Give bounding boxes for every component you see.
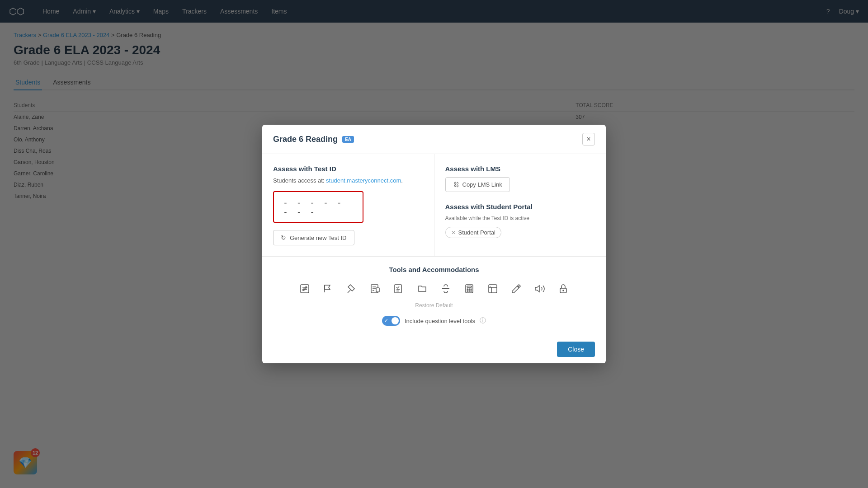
svg-point-20 (469, 291, 470, 291)
flag-icon[interactable] (320, 281, 336, 297)
svg-rect-0 (301, 285, 309, 293)
svg-point-16 (467, 289, 468, 290)
svg-point-27 (563, 290, 564, 291)
modal-badge: EA (342, 136, 354, 143)
link-icon: ⛓ (453, 181, 459, 188)
portal-subtitle: Available while the Test ID is active (445, 215, 595, 221)
test-id-title: Assess with Test ID (273, 165, 423, 173)
tools-section: Tools and Accommodations (262, 256, 606, 335)
test-id-section: Assess with Test ID Students access at: … (262, 154, 434, 256)
test-id-dots: - - - - - - - - (283, 197, 354, 216)
student-portal-tag: ✕ Student Portal (445, 227, 501, 238)
basic-calculator-icon[interactable] (461, 281, 477, 297)
access-url-text: Students access at: student.masteryconne… (273, 177, 423, 184)
access-url-link[interactable]: student.masteryconnect.com (326, 177, 401, 184)
info-icon[interactable]: ⓘ (480, 317, 486, 325)
copy-lms-label: Copy LMS Link (462, 181, 502, 188)
test-id-display: - - - - - - - - (273, 191, 363, 223)
svg-rect-9 (376, 288, 379, 292)
svg-point-18 (471, 289, 472, 290)
modal-header: Grade 6 Reading EA × (262, 125, 606, 154)
restore-default-text[interactable]: Restore Default (273, 302, 595, 309)
student-portal-title: Assess with Student Portal (445, 203, 595, 211)
annotate-icon[interactable] (297, 281, 313, 297)
generate-label: Generate new Test ID (290, 235, 347, 241)
tools-title: Tools and Accommodations (273, 266, 595, 273)
modal-footer: Close (262, 335, 606, 363)
lock-icon[interactable] (555, 281, 571, 297)
strikethrough-icon[interactable] (438, 281, 454, 297)
svg-point-19 (467, 291, 468, 291)
folder-icon[interactable] (414, 281, 430, 297)
lms-title: Assess with LMS (445, 165, 595, 173)
scientific-calculator-icon[interactable]: fx (485, 281, 501, 297)
svg-point-17 (469, 289, 470, 290)
tools-icons-row: fx (273, 281, 595, 297)
question-level-toggle[interactable]: ✓ (382, 316, 400, 326)
svg-point-21 (471, 291, 472, 291)
reference-icon[interactable] (367, 281, 383, 297)
lms-portal-section: Assess with LMS ⛓ Copy LMS Link Assess w… (434, 154, 606, 256)
student-portal-section: Assess with Student Portal Available whi… (445, 203, 595, 238)
checklist-icon[interactable] (391, 281, 407, 297)
svg-rect-15 (467, 286, 472, 287)
modal-title-text: Grade 6 Reading (273, 135, 338, 144)
portal-tag-label: Student Portal (458, 229, 495, 236)
svg-rect-10 (395, 285, 401, 293)
close-button[interactable]: Close (557, 342, 595, 357)
generate-test-id-button[interactable]: ↻ Generate new Test ID (273, 230, 354, 245)
highlight-icon[interactable] (344, 281, 360, 297)
audio-icon[interactable] (532, 281, 548, 297)
modal-title: Grade 6 Reading EA (273, 135, 354, 144)
svg-line-4 (348, 290, 350, 293)
refresh-icon: ↻ (281, 234, 286, 241)
modal-close-button[interactable]: × (582, 133, 595, 145)
toggle-label: Include question level tools (405, 318, 475, 324)
svg-text:fx: fx (490, 285, 491, 287)
modal-body: Assess with Test ID Students access at: … (262, 154, 606, 256)
copy-lms-button[interactable]: ⛓ Copy LMS Link (445, 177, 510, 192)
draw-icon[interactable] (508, 281, 524, 297)
toggle-row: ✓ Include question level tools ⓘ (273, 316, 595, 326)
assess-modal: Grade 6 Reading EA × Assess with Test ID… (262, 125, 606, 363)
portal-tag-remove[interactable]: ✕ (451, 230, 456, 236)
